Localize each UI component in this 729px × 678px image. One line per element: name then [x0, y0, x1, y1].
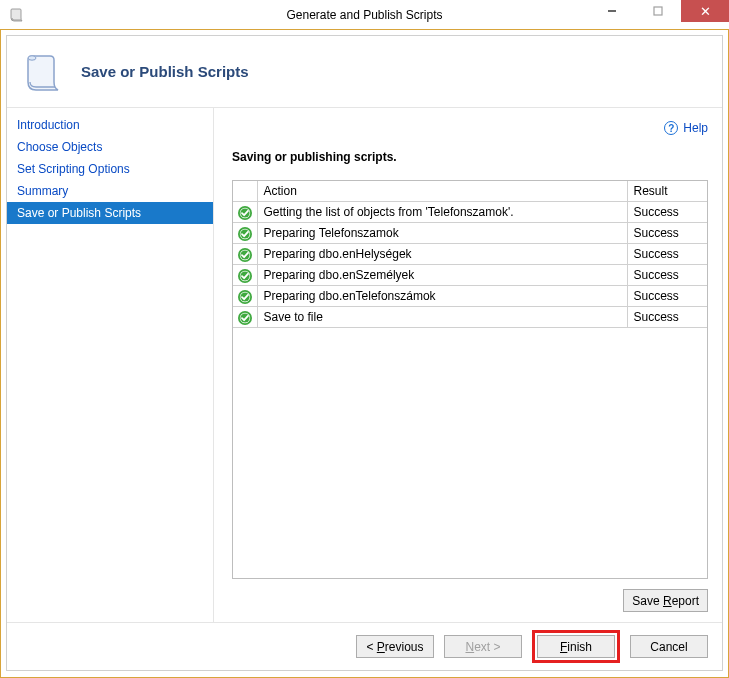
finish-button[interactable]: Finish — [537, 635, 615, 658]
success-check-icon — [237, 268, 253, 282]
table-row[interactable]: Save to fileSuccess — [233, 307, 707, 328]
success-check-icon — [237, 226, 253, 240]
sidebar-item-choose-objects[interactable]: Choose Objects — [7, 136, 213, 158]
maximize-button — [635, 0, 681, 22]
success-check-icon — [237, 289, 253, 303]
results-table: Action Result Getting the list of object… — [233, 181, 707, 328]
minimize-button[interactable] — [589, 0, 635, 22]
success-icon-cell — [233, 307, 257, 328]
script-scroll-icon — [21, 49, 67, 95]
col-action[interactable]: Action — [257, 181, 627, 202]
col-result[interactable]: Result — [627, 181, 707, 202]
titlebar: Generate and Publish Scripts ✕ — [0, 0, 729, 30]
action-cell: Save to file — [257, 307, 627, 328]
finish-rest: inish — [567, 640, 592, 654]
success-icon-cell — [233, 265, 257, 286]
wizard-footer: < Previous Next > Finish Cancel — [7, 622, 722, 670]
window-controls: ✕ — [589, 0, 729, 29]
result-cell: Success — [627, 202, 707, 223]
app-icon — [8, 6, 26, 24]
results-table-container: Action Result Getting the list of object… — [232, 180, 708, 579]
section-title: Saving or publishing scripts. — [232, 150, 708, 164]
table-row[interactable]: Preparing dbo.enTelefonszámokSuccess — [233, 286, 707, 307]
success-icon-cell — [233, 244, 257, 265]
action-cell: Preparing dbo.enTelefonszámok — [257, 286, 627, 307]
result-cell: Success — [627, 223, 707, 244]
save-report-label: Save Report — [632, 594, 699, 608]
sidebar-item-summary[interactable]: Summary — [7, 180, 213, 202]
wizard-dialog: Save or Publish Scripts Introduction Cho… — [6, 35, 723, 671]
success-icon-cell — [233, 202, 257, 223]
table-row[interactable]: Preparing dbo.enSzemélyekSuccess — [233, 265, 707, 286]
close-button[interactable]: ✕ — [681, 0, 729, 22]
sidebar-item-set-scripting-options[interactable]: Set Scripting Options — [7, 158, 213, 180]
success-check-icon — [237, 310, 253, 324]
page-title: Save or Publish Scripts — [81, 63, 249, 80]
previous-rest: revious — [385, 640, 424, 654]
action-cell: Getting the list of objects from 'Telefo… — [257, 202, 627, 223]
sidebar-item-introduction[interactable]: Introduction — [7, 114, 213, 136]
cancel-button[interactable]: Cancel — [630, 635, 708, 658]
success-check-icon — [237, 247, 253, 261]
action-cell: Preparing dbo.enSzemélyek — [257, 265, 627, 286]
result-cell: Success — [627, 265, 707, 286]
help-icon[interactable]: ? — [664, 121, 678, 135]
action-cell: Preparing Telefonszamok — [257, 223, 627, 244]
close-icon: ✕ — [700, 5, 711, 18]
success-icon-cell — [233, 223, 257, 244]
result-cell: Success — [627, 307, 707, 328]
success-icon-cell — [233, 286, 257, 307]
result-cell: Success — [627, 286, 707, 307]
save-report-button[interactable]: Save Report — [623, 589, 708, 612]
help-link[interactable]: Help — [683, 121, 708, 135]
svg-rect-1 — [654, 7, 662, 15]
next-button: Next > — [444, 635, 522, 658]
result-cell: Success — [627, 244, 707, 265]
svg-point-2 — [28, 55, 36, 59]
sidebar: Introduction Choose Objects Set Scriptin… — [7, 108, 213, 622]
wizard-header: Save or Publish Scripts — [7, 36, 722, 108]
table-row[interactable]: Preparing TelefonszamokSuccess — [233, 223, 707, 244]
table-row[interactable]: Getting the list of objects from 'Telefo… — [233, 202, 707, 223]
next-rest: ext — [474, 640, 490, 654]
action-cell: Preparing dbo.enHelységek — [257, 244, 627, 265]
col-icon — [233, 181, 257, 202]
finish-highlight: Finish — [532, 630, 620, 663]
table-row[interactable]: Preparing dbo.enHelységekSuccess — [233, 244, 707, 265]
previous-button[interactable]: < Previous — [356, 635, 434, 658]
main-panel: ? Help Saving or publishing scripts. Act… — [213, 108, 722, 622]
sidebar-item-save-or-publish[interactable]: Save or Publish Scripts — [7, 202, 213, 224]
success-check-icon — [237, 205, 253, 219]
